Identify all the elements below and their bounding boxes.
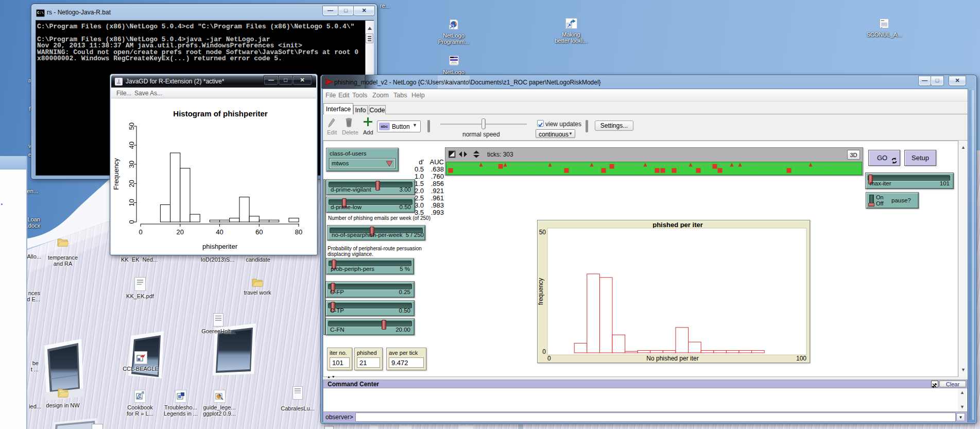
svg-text:phishperiter: phishperiter: [202, 243, 238, 250]
svg-text:0: 0: [139, 228, 142, 236]
svg-text:60: 60: [255, 228, 263, 236]
svg-text:phished per iter: phished per iter: [652, 221, 703, 229]
svg-text:20: 20: [177, 228, 184, 236]
svg-text:R: R: [142, 391, 144, 394]
svg-text:0: 0: [542, 348, 546, 355]
svg-text:80: 80: [295, 228, 302, 236]
svg-text:0: 0: [547, 355, 551, 362]
svg-text:100: 100: [796, 355, 806, 362]
svg-text:frequency: frequency: [538, 278, 544, 305]
svg-text:Frequency: Frequency: [112, 158, 120, 190]
svg-text:40: 40: [216, 228, 223, 236]
svg-text:Histogram of phishperiter: Histogram of phishperiter: [173, 109, 268, 118]
svg-text:No phished per iter: No phished per iter: [646, 355, 698, 362]
svg-text:50: 50: [539, 229, 546, 236]
